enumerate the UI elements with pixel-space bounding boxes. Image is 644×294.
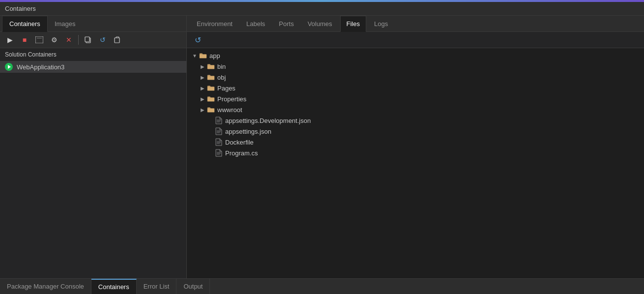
refresh-button[interactable]: ↺ [96,34,110,46]
file-icon-programcs [214,149,223,157]
tab-containers[interactable]: Containers [2,16,48,32]
tree-item-appsettings-dev[interactable]: appsettings.Development.json [187,115,644,126]
file-icon-appsettings-dev [214,117,223,124]
container-name: WebApplication3 [17,63,64,71]
window-title: Containers [5,5,36,12]
file-tree: app bin [187,48,644,278]
tab-environment[interactable]: Environment [191,16,238,31]
folder-icon-properties [206,95,215,103]
title-bar: Containers [0,2,644,16]
bottom-tab-error-list[interactable]: Error List [137,279,177,294]
svg-rect-4 [85,37,89,42]
tab-images[interactable]: Images [48,16,83,31]
folder-icon-bin [206,62,215,70]
main-content: Containers Images ▶ ■ ⚙ ✕ [0,16,644,278]
tab-labels[interactable]: Labels [240,16,271,31]
file-icon-appsettings [214,127,223,135]
tree-label-appsettings-dev: appsettings.Development.json [225,117,311,124]
tree-label-programcs: Program.cs [225,149,258,157]
left-panel-empty [0,73,186,278]
folder-icon-obj [206,73,215,81]
toolbar-separator-1 [78,35,79,45]
left-toolbar: ▶ ■ ⚙ ✕ ↺ [0,32,186,48]
left-tab-bar: Containers Images [0,16,186,32]
folder-icon-wwwroot [206,106,215,114]
tree-item-app[interactable]: app [187,50,644,61]
tree-item-pages[interactable]: Pages [187,83,644,93]
right-panel: Environment Labels Ports Volumes Files L… [187,16,644,278]
tree-item-dockerfile[interactable]: Dockerfile [187,137,644,147]
container-item-webapplication3[interactable]: WebApplication3 [0,61,186,73]
stop-button[interactable]: ■ [18,34,31,46]
tree-item-wwwroot[interactable]: wwwroot [187,104,644,115]
svg-rect-2 [37,38,42,38]
settings-button[interactable]: ⚙ [47,34,61,46]
copy-button[interactable] [81,34,95,46]
delete-button[interactable]: ✕ [62,34,76,46]
paste-button[interactable] [111,34,124,46]
tree-arrow-app [191,52,199,59]
tree-label-bin: bin [217,63,226,70]
tree-item-obj[interactable]: obj [187,72,644,83]
right-tab-bar: Environment Labels Ports Volumes Files L… [187,16,644,32]
tree-item-properties[interactable]: Properties [187,93,644,104]
bottom-tab-output[interactable]: Output [176,279,210,294]
tree-label-obj: obj [217,74,226,81]
tree-item-bin[interactable]: bin [187,61,644,72]
folder-icon-app [199,52,207,59]
section-label: Solution Containers [0,48,186,61]
container-status-icon [5,63,13,71]
tree-arrow-properties [199,95,206,103]
tree-label-app: app [209,52,220,59]
files-refresh-button[interactable]: ↺ [191,34,205,46]
tree-item-appsettings[interactable]: appsettings.json [187,126,644,137]
tree-arrow-obj [199,73,206,81]
file-icon-dockerfile [214,138,223,146]
bottom-tab-containers[interactable]: Containers [91,279,137,294]
svg-rect-5 [115,38,119,43]
bottom-tabs: Package Manager Console Containers Error… [0,278,644,294]
start-button[interactable]: ▶ [3,34,17,46]
tree-arrow-pages [199,84,206,92]
tree-item-programcs[interactable]: Program.cs [187,147,644,158]
right-toolbar: ↺ [187,32,644,48]
tab-logs[interactable]: Logs [368,16,394,31]
tab-ports[interactable]: Ports [273,16,299,31]
tree-label-wwwroot: wwwroot [217,106,242,114]
tree-label-dockerfile: Dockerfile [225,139,254,146]
folder-icon-pages [206,84,215,92]
left-panel: Containers Images ▶ ■ ⚙ ✕ [0,16,187,278]
tree-arrow-wwwroot [199,106,206,114]
terminal-button[interactable] [32,34,46,46]
tree-label-properties: Properties [217,95,246,103]
tree-label-pages: Pages [217,85,235,92]
tree-label-appsettings: appsettings.json [225,128,271,135]
tab-volumes[interactable]: Volumes [302,16,338,31]
bottom-tab-package-manager[interactable]: Package Manager Console [0,279,91,294]
tree-arrow-bin [199,62,206,70]
tab-files[interactable]: Files [340,16,366,32]
